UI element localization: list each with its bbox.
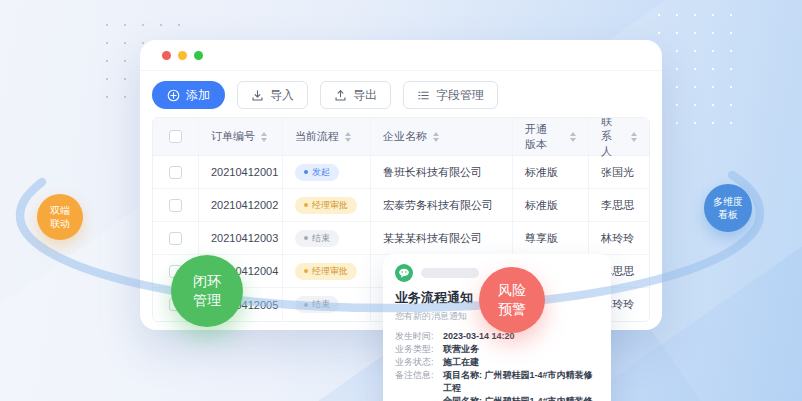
status-badge: 结束 [295,296,339,313]
add-button-label: 添加 [186,87,210,104]
list-settings-icon [417,89,430,102]
export-icon [334,89,347,102]
sort-icon[interactable] [570,132,576,142]
status-badge: 经理审批 [295,197,357,214]
feature-badge-dual-linkage: 双端联动 [37,194,83,240]
contact-name: 林玲玲 [589,222,649,254]
version: 尊享版 [513,222,589,254]
sort-icon[interactable] [631,132,637,142]
order-number: 20210412001 [199,156,283,188]
column-header-contact[interactable]: 联系人 [589,118,649,155]
company-name: 宏泰劳务科技有限公司 [371,189,513,221]
toolbar: 添加 导入 导出 字段管理 [140,71,662,117]
table-row: 20210412002 经理审批 宏泰劳务科技有限公司 标准版 李思思 [153,189,649,222]
zoom-button[interactable] [194,51,203,60]
status-dot-icon [304,203,308,207]
feature-badge-risk-warning: 风险预警 [479,267,545,333]
sort-icon[interactable] [345,132,351,142]
field-management-button[interactable]: 字段管理 [403,81,498,109]
notification-source-placeholder [421,268,479,278]
status-badge: 发起 [295,164,339,181]
import-button[interactable]: 导入 [237,81,308,109]
status-badge: 经理审批 [295,263,357,280]
company-name: 鲁班长科技有限公司 [371,156,513,188]
status-dot-icon [304,303,308,307]
export-button-label: 导出 [353,87,377,104]
status-badge: 结束 [295,230,339,247]
contact-name: 张国光 [589,156,649,188]
sort-icon[interactable] [261,132,267,142]
contact-name: 李思思 [589,189,649,221]
close-button[interactable] [162,51,171,60]
order-number: 20210412002 [199,189,283,221]
feature-badge-closed-loop: 闭环管理 [171,255,243,327]
sort-icon[interactable] [433,132,439,142]
wechat-icon [395,264,413,282]
notification-field: 业务类型: 联营业务 [395,343,599,356]
plus-circle-icon [167,89,180,102]
status-dot-icon [304,170,308,174]
company-name: 某某某科技有限公司 [371,222,513,254]
order-number: 20210412003 [199,222,283,254]
status-dot-icon [304,269,308,273]
window-titlebar [140,40,662,71]
import-icon [251,89,264,102]
notification-field: 业务状态: 施工在建 [395,356,599,369]
table-row: 20210412003 结束 某某某科技有限公司 尊享版 林玲玲 [153,222,649,255]
row-checkbox[interactable] [169,232,182,245]
column-header-order[interactable]: 订单编号 [199,118,283,155]
column-header-version[interactable]: 开通版本 [513,118,589,155]
version: 标准版 [513,189,589,221]
feature-badge-dashboard: 多维度看板 [704,184,752,232]
row-checkbox[interactable] [169,166,182,179]
select-all-checkbox[interactable] [169,130,182,143]
add-button[interactable]: 添加 [152,81,225,109]
export-button[interactable]: 导出 [320,81,391,109]
import-button-label: 导入 [270,87,294,104]
notification-remark: 备注信息: 项目名称: 广州碧桂园1-4#市内精装修工程 合同名称: 广州碧桂园… [395,369,599,401]
dot-grid-decoration [650,6,746,132]
minimize-button[interactable] [178,51,187,60]
field-management-button-label: 字段管理 [436,87,484,104]
status-dot-icon [304,236,308,240]
notification-field: 发生时间: 2023-03-14 14:20 [395,330,599,343]
table-row: 20210412001 发起 鲁班长科技有限公司 标准版 张国光 [153,156,649,189]
table-header-row: 订单编号 当前流程 企业名称 开通版本 联系人 [153,118,649,156]
version: 标准版 [513,156,589,188]
column-header-flow[interactable]: 当前流程 [283,118,371,155]
row-checkbox[interactable] [169,199,182,212]
column-header-company[interactable]: 企业名称 [371,118,513,155]
